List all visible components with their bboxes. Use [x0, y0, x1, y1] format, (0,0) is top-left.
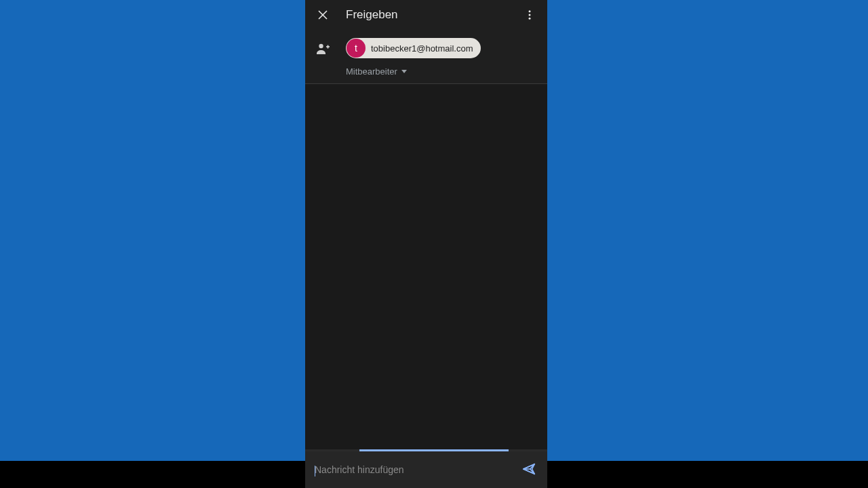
desktop-background: Freigeben t [0, 0, 868, 488]
message-input[interactable]: Nachricht hinzufügen [315, 464, 521, 475]
close-button[interactable] [315, 7, 331, 23]
recipient-email: tobibecker1@hotmail.com [371, 43, 473, 54]
close-icon [317, 9, 329, 21]
progress-fill [359, 449, 509, 451]
role-dropdown[interactable]: Mitbearbeiter [346, 66, 481, 77]
chevron-down-icon [401, 70, 407, 73]
svg-point-4 [529, 18, 531, 20]
recipient-chip-area: t tobibecker1@hotmail.com Mitbearbeiter [346, 38, 481, 83]
more-vertical-icon [524, 9, 536, 21]
svg-point-5 [319, 44, 323, 48]
recipient-chip[interactable]: t tobibecker1@hotmail.com [346, 38, 481, 58]
share-dialog: Freigeben t [305, 0, 547, 488]
progress-bar [305, 449, 547, 451]
svg-rect-7 [328, 45, 329, 48]
recipient-row: t tobibecker1@hotmail.com Mitbearbeiter [305, 30, 547, 83]
send-icon [521, 462, 536, 476]
more-options-button[interactable] [521, 7, 538, 23]
avatar: t [347, 39, 366, 58]
send-button[interactable] [521, 462, 538, 478]
svg-point-2 [529, 10, 531, 12]
content-area [305, 84, 547, 449]
dialog-header: Freigeben [305, 0, 547, 30]
dialog-title: Freigeben [346, 8, 521, 22]
role-label: Mitbearbeiter [346, 66, 397, 77]
svg-point-3 [529, 14, 531, 16]
add-person-icon [315, 41, 331, 57]
message-placeholder: Nachricht hinzufügen [315, 464, 404, 475]
message-bar: Nachricht hinzufügen [305, 451, 547, 488]
